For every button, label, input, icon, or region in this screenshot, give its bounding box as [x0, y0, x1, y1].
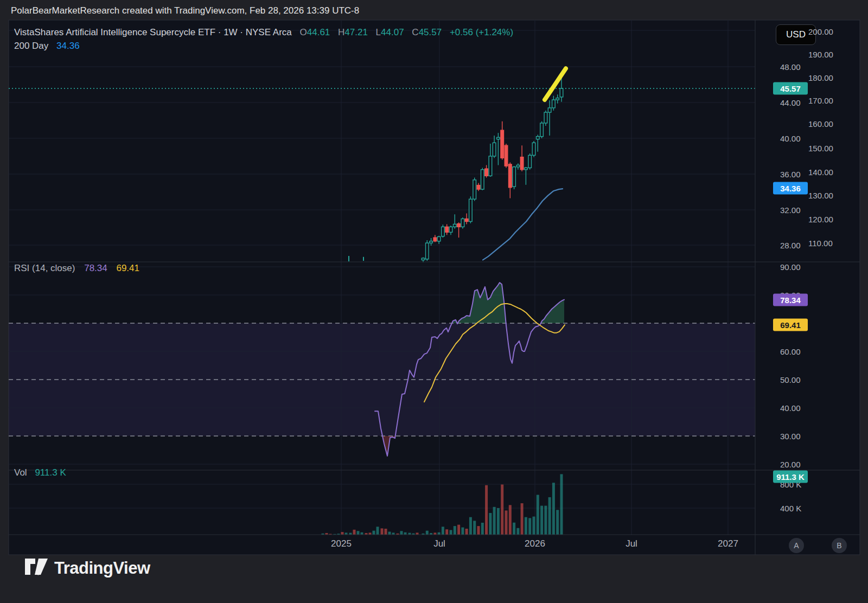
tradingview-logo-icon: [25, 559, 48, 578]
volume-bar: [513, 523, 515, 535]
candle-body: [528, 155, 532, 168]
volume-bar: [392, 533, 395, 535]
volume-bar: [544, 506, 547, 535]
symbol-legend[interactable]: VistaShares Artificial Intelligence Supe…: [14, 27, 513, 38]
volume-bar: [433, 533, 436, 535]
volume-bar: [560, 474, 563, 535]
volume-bar: [373, 531, 375, 535]
axis-price-badge: 911.3 K: [773, 471, 808, 483]
price-axis-outer-label: 200.00: [808, 27, 833, 36]
candle-body: [505, 145, 508, 166]
high-value: 47.21: [344, 27, 368, 37]
price-axis-label: 36.00: [780, 170, 801, 179]
low-label: L: [376, 27, 381, 37]
axis-price-badge: 34.36: [773, 182, 808, 195]
open-value: 44.61: [307, 27, 330, 37]
chart-canvas[interactable]: [0, 0, 868, 603]
axis-price-badge: 78.34: [773, 294, 808, 306]
volume-bar: [457, 525, 460, 535]
price-axis-label: 48.00: [780, 62, 801, 72]
candle-body: [509, 164, 512, 188]
change-value: +0.56 (+1.24%): [450, 27, 513, 37]
candle-body: [520, 157, 524, 170]
volume-bar: [461, 528, 464, 535]
candle-body: [556, 98, 559, 100]
volume-bar: [385, 529, 387, 535]
volume-bar: [540, 506, 543, 535]
volume-bar: [353, 530, 356, 535]
candle-body: [442, 227, 445, 236]
volume-bar: [552, 483, 555, 535]
axis-price-badge: 69.41: [773, 319, 808, 331]
rsi-legend[interactable]: RSI (14, close) 78.34 69.41: [14, 263, 139, 274]
time-axis-label: 2025: [331, 538, 352, 549]
volume-bar: [509, 505, 512, 535]
price-axis-outer-label: 130.00: [808, 191, 833, 200]
candle-body: [461, 219, 464, 227]
candle-body: [493, 143, 496, 156]
candle-body: [445, 227, 449, 232]
price-axis-outer-label: 170.00: [808, 96, 833, 105]
tradingview-snapshot: PolarBearMarketResearch created with Tra…: [0, 0, 868, 603]
price-axis-outer-label: 150.00: [808, 144, 833, 153]
time-axis-label: Jul: [433, 538, 445, 549]
volume-bar: [533, 517, 535, 535]
volume-axis-label: 400 K: [780, 504, 801, 513]
candle-body: [437, 237, 441, 241]
volume-bar: [357, 531, 360, 535]
low-value: 44.07: [381, 27, 404, 37]
volume-bar: [376, 527, 379, 535]
volume-bar: [473, 521, 476, 535]
volume-bar: [369, 533, 372, 535]
rsi-value: 78.34: [84, 263, 107, 273]
volume-bar: [505, 510, 508, 535]
volume-bar: [426, 531, 429, 535]
volume-bar: [450, 530, 452, 535]
candle-body: [465, 219, 468, 222]
volume-bar: [404, 533, 407, 535]
candle-body: [513, 167, 516, 187]
ma200-label: 200 Day: [14, 41, 48, 51]
candle-body: [422, 258, 425, 260]
candle-body: [560, 88, 563, 97]
tradingview-logo[interactable]: TradingView: [25, 559, 150, 578]
candle-body: [540, 123, 544, 137]
volume-bar: [345, 533, 348, 535]
price-axis-label: 44.00: [780, 98, 801, 107]
volume-label: Vol: [14, 467, 27, 478]
price-axis-label: 28.00: [780, 241, 801, 250]
volume-legend[interactable]: Vol 911.3 K: [14, 467, 66, 478]
rsi-axis-label: 30.00: [780, 432, 801, 441]
corner-button-a[interactable]: A: [789, 538, 804, 553]
candle-body: [473, 180, 476, 199]
candle-body: [525, 168, 528, 169]
corner-button-b[interactable]: B: [832, 538, 847, 553]
high-label: H: [338, 27, 344, 37]
volume-bar: [481, 523, 484, 535]
chart-background: [9, 20, 860, 555]
volume-bar: [528, 518, 531, 535]
candle-body: [477, 185, 480, 189]
price-axis-outer-label: 180.00: [808, 73, 833, 82]
volume-bar: [361, 533, 363, 535]
volume-bar: [556, 510, 559, 535]
ma200-value: 34.36: [56, 41, 80, 51]
volume-bar: [454, 526, 456, 535]
volume-bar: [516, 528, 519, 535]
volume-bar: [438, 533, 441, 535]
volume-bar: [465, 529, 468, 535]
symbol-title: VistaShares Artificial Intelligence Supe…: [14, 27, 292, 37]
time-axis-label: Jul: [626, 538, 637, 549]
candle-body: [481, 170, 484, 189]
rsi-axis-label: 90.00: [780, 262, 801, 272]
rsi-ma-value: 69.41: [116, 263, 139, 273]
volume-bar: [537, 495, 539, 535]
rsi-axis-label: 60.00: [780, 347, 801, 356]
volume-bar: [381, 528, 384, 535]
volume-bar: [501, 485, 503, 535]
candle-body: [516, 165, 520, 167]
price-axis-outer-label: 120.00: [808, 215, 833, 224]
volume-bar: [477, 526, 480, 535]
ma200-legend[interactable]: 200 Day 34.36: [14, 41, 80, 52]
price-axis-outer-label: 140.00: [808, 168, 833, 177]
